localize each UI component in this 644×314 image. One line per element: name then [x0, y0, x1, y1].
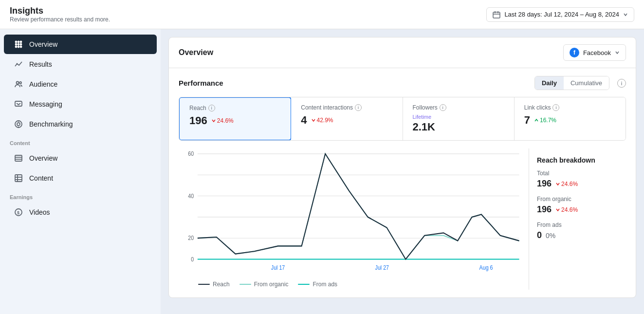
sidebar-item-label: Audience: [29, 80, 57, 88]
date-range-label: Last 28 days: Jul 12, 2024 – Aug 8, 2024: [504, 11, 619, 18]
svg-point-17: [17, 123, 20, 126]
svg-text:40: 40: [188, 193, 194, 199]
earnings-section-label: Earnings: [0, 188, 161, 202]
legend-ads-line: [298, 284, 310, 285]
app-title: Insights: [10, 6, 110, 16]
sidebar-item-content-overview[interactable]: Overview: [4, 148, 157, 168]
metric-label-reach: Reach i: [189, 105, 281, 111]
legend-organic: From organic: [239, 281, 289, 288]
svg-point-15: [19, 82, 21, 84]
breakdown-total-change: 24.6%: [555, 181, 578, 187]
chevron-down-icon: [623, 12, 628, 17]
legend-ads: From ads: [298, 281, 337, 288]
reach-info-icon[interactable]: i: [208, 105, 215, 111]
content-interactions-info-icon[interactable]: i: [355, 104, 362, 111]
chart-icon: [14, 59, 23, 69]
metric-label-followers: Followers i: [413, 104, 504, 111]
sidebar-item-benchmarking[interactable]: Benchmarking: [4, 114, 157, 134]
link-clicks-info-icon[interactable]: i: [552, 104, 559, 111]
legend-reach-line: [198, 284, 210, 285]
metrics-row: Reach i 196 24.6%: [179, 97, 626, 141]
legend-organic-line: [239, 284, 251, 285]
metric-value-link-clicks: 7 16.7%: [524, 114, 616, 127]
sidebar-item-audience[interactable]: Audience: [4, 74, 157, 94]
table-icon: [14, 173, 23, 183]
performance-header: Performance Daily Cumulative i: [179, 76, 626, 90]
sidebar-item-label: Results: [29, 60, 52, 68]
chart-main: 60 40 20 0 Jul 17 Jul 27 Aug 6: [179, 148, 529, 290]
svg-text:20: 20: [188, 235, 194, 241]
svg-point-6: [20, 44, 22, 45]
sidebar-item-label: Content: [29, 174, 53, 182]
grid-icon: [14, 39, 23, 49]
date-range-button[interactable]: Last 28 days: Jul 12, 2024 – Aug 8, 2024: [486, 7, 634, 22]
svg-text:60: 60: [188, 151, 194, 157]
toggle-daily[interactable]: Daily: [535, 76, 564, 90]
app-title-group: Insights Review performance results and …: [10, 6, 110, 23]
breakdown-title: Reach breakdown: [537, 156, 618, 164]
breakdown-total-label: Total: [537, 170, 618, 177]
sidebar-item-label: Messaging: [29, 100, 62, 108]
sidebar-item-overview[interactable]: Overview: [4, 35, 157, 54]
toggle-cumulative[interactable]: Cumulative: [564, 76, 609, 90]
metric-label-content-interactions: Content interactions i: [301, 104, 392, 111]
reach-change: 24.6%: [211, 117, 234, 124]
top-header: Insights Review performance results and …: [0, 0, 644, 29]
breakdown-organic: From organic 196 24.6%: [537, 196, 618, 215]
legend-ads-label: From ads: [313, 281, 337, 288]
facebook-button[interactable]: f Facebook: [563, 44, 626, 61]
metric-card-reach[interactable]: Reach i 196 24.6%: [179, 97, 292, 141]
breakdown-organic-label: From organic: [537, 196, 618, 203]
sidebar-item-messaging[interactable]: Messaging: [4, 94, 157, 114]
sidebar-item-label: Overview: [29, 154, 57, 162]
sidebar-item-videos[interactable]: $ Videos: [4, 203, 157, 222]
app-subtitle: Review performance results and more.: [10, 16, 110, 23]
svg-rect-16: [15, 101, 22, 106]
chart-container: 60 40 20 0 Jul 17 Jul 27 Aug 6: [179, 148, 626, 290]
svg-point-7: [18, 41, 19, 43]
legend-organic-label: From organic: [254, 281, 289, 288]
facebook-label: Facebook: [583, 49, 611, 56]
breakdown-total: Total 196 24.6%: [537, 170, 618, 189]
performance-info-icon[interactable]: i: [617, 79, 626, 88]
svg-point-11: [16, 46, 17, 48]
metric-card-link-clicks[interactable]: Link clicks i 7 16.7%: [515, 97, 626, 140]
metric-value-followers: 2.1K: [413, 121, 504, 133]
sidebar-item-results[interactable]: Results: [4, 55, 157, 74]
facebook-icon: f: [570, 48, 579, 57]
legend-reach-label: Reach: [213, 281, 230, 288]
benchmark-icon: [14, 119, 23, 129]
svg-point-10: [20, 41, 22, 43]
svg-point-9: [16, 41, 17, 43]
sidebar-item-content[interactable]: Content: [4, 168, 157, 188]
sidebar-item-label: Overview: [29, 40, 57, 48]
sidebar: Overview Results Audience: [0, 29, 161, 314]
chart-svg: 60 40 20 0 Jul 17 Jul 27 Aug 6: [179, 148, 529, 275]
svg-text:$: $: [17, 210, 19, 215]
overview-icon: [14, 153, 23, 163]
overview-title: Overview: [179, 48, 213, 57]
overview-card: Overview f Facebook Performance Daily: [168, 37, 636, 298]
link-clicks-change: 16.7%: [534, 117, 556, 124]
svg-text:Aug 6: Aug 6: [479, 265, 493, 271]
breakdown-ads: From ads 0 0%: [537, 222, 618, 240]
content-area: Overview f Facebook Performance Daily: [161, 29, 644, 314]
followers-info-icon[interactable]: i: [440, 104, 446, 111]
chevron-down-icon: [615, 50, 620, 55]
svg-point-12: [20, 46, 22, 48]
svg-point-18: [15, 121, 22, 128]
breakdown-organic-change: 24.6%: [555, 206, 578, 213]
svg-text:Jul 17: Jul 17: [271, 265, 285, 271]
chart-legend: Reach From organic From ads: [179, 277, 529, 290]
metric-card-followers[interactable]: Followers i Lifetime 2.1K: [403, 97, 515, 140]
breakdown-ads-change: 0%: [546, 232, 555, 240]
performance-title: Performance: [179, 79, 223, 87]
svg-point-4: [18, 44, 19, 45]
overview-header: Overview f Facebook: [169, 37, 636, 68]
content-interactions-change: 42.9%: [311, 117, 333, 124]
svg-text:0: 0: [191, 256, 194, 262]
svg-point-8: [18, 46, 19, 48]
svg-rect-0: [493, 12, 500, 18]
metric-card-content-interactions[interactable]: Content interactions i 4 42.9%: [291, 97, 403, 140]
breakdown-ads-value: 0 0%: [537, 230, 618, 240]
